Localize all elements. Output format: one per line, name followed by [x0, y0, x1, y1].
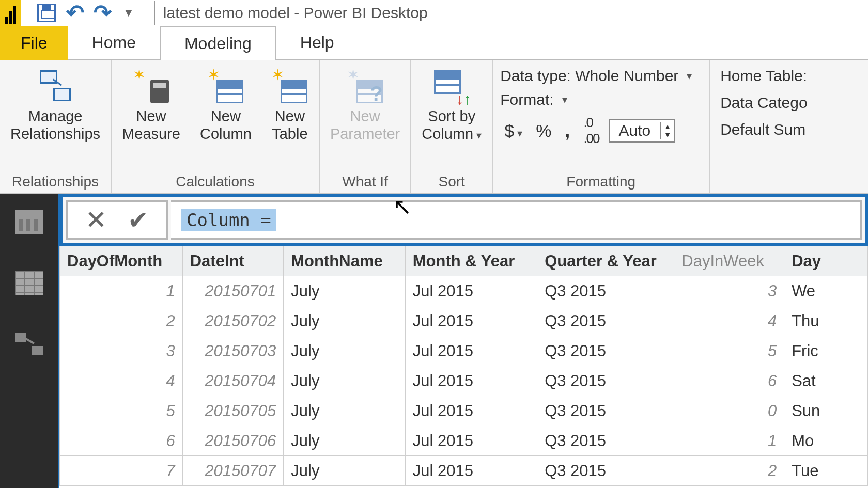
new-column-label: New Column [200, 107, 252, 143]
new-parameter-label: New Parameter [330, 107, 400, 143]
decimal-places-input[interactable]: Auto ▲▼ [609, 119, 676, 143]
col-header[interactable]: Day [784, 246, 868, 276]
qat-dropdown-icon[interactable]: ▼ [123, 6, 134, 20]
new-parameter-button: ✶? New Parameter [327, 66, 403, 144]
data-type-label: Data type: Whole Number [500, 67, 678, 85]
data-type-dropdown[interactable]: Data type: Whole Number▾ [500, 67, 702, 85]
home-table-label: Home Table: [720, 67, 807, 85]
group-label-formatting: Formatting [500, 171, 702, 191]
currency-button[interactable]: $▾ [500, 121, 526, 141]
data-category-label: Data Catego [720, 94, 807, 112]
manage-relationships-button[interactable]: Manage Relationships [7, 66, 103, 144]
new-measure-label: New Measure [122, 107, 180, 143]
save-icon[interactable] [36, 3, 57, 23]
col-header[interactable]: Quarter & Year [537, 246, 674, 276]
group-relationships: Manage Relationships Relationships [0, 60, 112, 193]
window-title: latest demo model - Power BI Desktop [163, 4, 428, 22]
undo-icon[interactable]: ↶ [66, 2, 84, 24]
new-measure-icon: ✶ [133, 67, 170, 104]
data-view-button[interactable] [15, 271, 43, 295]
new-measure-button[interactable]: ✶ New Measure [119, 66, 183, 144]
commit-formula-button[interactable]: ✔ [128, 206, 148, 234]
view-rail [0, 194, 59, 488]
group-label-relationships: Relationships [7, 171, 103, 191]
col-header[interactable]: MonthName [284, 246, 405, 276]
chevron-down-icon: ▾ [562, 93, 567, 106]
percent-button[interactable]: % [532, 121, 555, 141]
default-summarization-dropdown[interactable]: Default Sum [720, 121, 807, 138]
decimal-button[interactable]: .0.00 [579, 115, 603, 147]
table-row[interactable]: 120150701JulyJul 2015Q3 20153We [60, 276, 868, 306]
tab-modeling[interactable]: Modeling [160, 26, 276, 60]
group-sort: ↓↑ Sort by Column▾ Sort [411, 60, 493, 193]
tab-help[interactable]: Help [276, 26, 358, 60]
default-sum-label: Default Sum [720, 121, 805, 138]
group-label-calculations: Calculations [119, 171, 312, 191]
model-view-button[interactable] [15, 332, 43, 356]
tab-home[interactable]: Home [68, 26, 160, 60]
col-header[interactable]: DayInWeek [674, 246, 784, 276]
ribbon: Manage Relationships Relationships ✶ New… [0, 60, 868, 194]
thousands-button[interactable]: , [561, 120, 574, 141]
sort-by-column-icon: ↓↑ [433, 67, 470, 104]
format-dropdown[interactable]: Format:▾ [500, 91, 702, 108]
new-table-button[interactable]: ✶ New Table [268, 66, 312, 144]
format-label: Format: [500, 91, 553, 108]
redo-icon[interactable]: ↷ [94, 2, 112, 24]
table-row[interactable]: 620150706JulyJul 2015Q3 20151Mo [60, 426, 868, 456]
new-table-icon: ✶ [271, 67, 308, 104]
data-grid[interactable]: DayOfMonth DateInt MonthName Month & Yea… [59, 246, 868, 488]
title-bar: ↶ ↷ ▼ latest demo model - Power BI Deskt… [0, 0, 868, 26]
table-row[interactable]: 520150705JulyJul 2015Q3 20150Sun [60, 396, 868, 426]
col-header[interactable]: DayOfMonth [60, 246, 183, 276]
header-row: DayOfMonth DateInt MonthName Month & Yea… [60, 246, 868, 276]
new-column-button[interactable]: ✶ New Column [197, 66, 255, 144]
table-row[interactable]: 420150704JulyJul 2015Q3 20156Sat [60, 366, 868, 396]
ribbon-tabs: File Home Modeling Help [0, 26, 868, 60]
report-view-button[interactable] [15, 210, 43, 234]
group-calculations: ✶ New Measure ✶ New Column ✶ New Table C… [112, 60, 320, 193]
group-formatting: Data type: Whole Number▾ Format:▾ $▾ % ,… [493, 60, 710, 193]
quick-access-toolbar: ↶ ↷ ▼ [21, 2, 146, 24]
separator [154, 1, 155, 25]
data-category-dropdown[interactable]: Data Catego [720, 94, 807, 112]
formula-text: Column = [181, 209, 276, 231]
sort-by-column-label: Sort by Column▾ [422, 107, 482, 143]
group-label-sort: Sort [419, 171, 485, 191]
group-properties: Home Table: Data Catego Default Sum [710, 60, 814, 193]
manage-relationships-label: Manage Relationships [10, 107, 100, 143]
formula-bar: ✕ ✔ Column = [59, 194, 868, 246]
app-icon [0, 0, 21, 26]
cancel-formula-button[interactable]: ✕ [85, 205, 107, 235]
table-row[interactable]: 320150703JulyJul 2015Q3 20155Fric [60, 336, 868, 366]
col-header[interactable]: Month & Year [405, 246, 537, 276]
spinner[interactable]: ▲▼ [660, 122, 674, 139]
new-table-label: New Table [272, 107, 307, 143]
decimal-places-value: Auto [610, 122, 660, 139]
table-row[interactable]: 220150702JulyJul 2015Q3 20154Thu [60, 306, 868, 336]
new-column-icon: ✶ [207, 67, 244, 104]
group-whatif: ✶? New Parameter What If [320, 60, 411, 193]
formula-input[interactable]: Column = [171, 200, 862, 240]
relationships-icon [37, 67, 74, 104]
chevron-down-icon: ▾ [687, 70, 692, 82]
sort-by-column-button[interactable]: ↓↑ Sort by Column▾ [419, 66, 485, 144]
table-row[interactable]: 720150707JulyJul 2015Q3 20152Tue [60, 456, 868, 486]
tab-file[interactable]: File [0, 26, 68, 60]
home-table-dropdown[interactable]: Home Table: [720, 67, 807, 85]
group-label-whatif: What If [327, 171, 403, 191]
new-parameter-icon: ✶? [347, 67, 384, 104]
col-header[interactable]: DateInt [182, 246, 284, 276]
